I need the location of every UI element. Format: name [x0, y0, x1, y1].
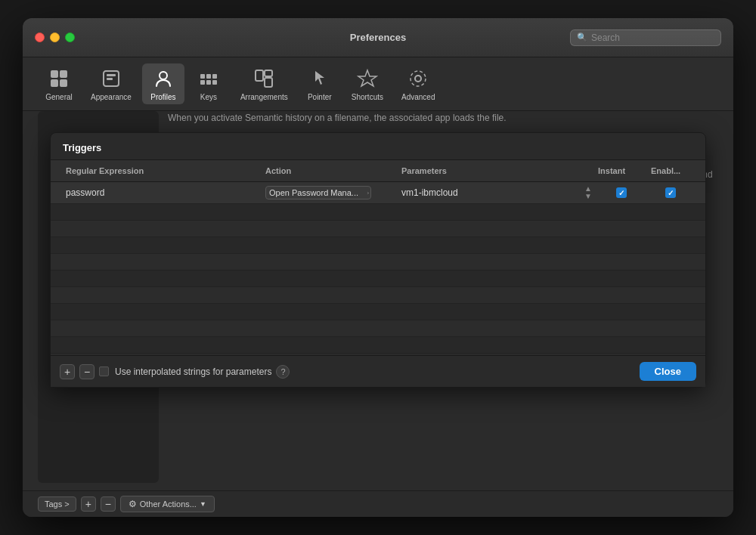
tags-button[interactable]: Tags > [38, 496, 76, 512]
header-instant: Instant [595, 163, 648, 178]
profiles-label: Profiles [150, 93, 175, 101]
svg-rect-6 [107, 78, 113, 80]
bottom-toolbar: Tags > + − ⚙ Other Actions... ▼ [23, 490, 733, 517]
empty-row [51, 287, 705, 304]
svg-point-18 [415, 76, 421, 82]
toolbar-item-keys[interactable]: Keys [187, 63, 230, 104]
general-label: General [45, 93, 73, 101]
search-box[interactable]: 🔍 [570, 29, 721, 46]
svg-rect-8 [200, 74, 205, 79]
enabled-cell[interactable] [648, 184, 693, 201]
toolbar-item-profiles[interactable]: Profiles [142, 63, 184, 104]
svg-rect-12 [206, 80, 211, 85]
toolbar-item-advanced[interactable]: Advanced [394, 63, 442, 104]
empty-row [51, 337, 705, 354]
param-stepper[interactable]: ▲ ▼ [584, 185, 592, 200]
minimize-button[interactable] [50, 32, 60, 42]
window-title: Preferences [350, 32, 406, 43]
remove-profile-button[interactable]: − [101, 496, 116, 512]
table-row[interactable]: password Open Password Mana... vm1-ibmcl… [51, 182, 705, 204]
dialog-title: Triggers [51, 133, 705, 160]
close-button[interactable]: Close [640, 362, 696, 381]
appearance-label: Appearance [91, 93, 132, 101]
search-icon: 🔍 [577, 32, 587, 42]
toolbar-item-arrangements[interactable]: Arrangements [233, 63, 296, 104]
advanced-label: Advanced [401, 93, 435, 101]
content-wrapper: When you activate Semantic history on a … [23, 111, 733, 517]
other-actions-button[interactable]: ⚙ Other Actions... ▼ [120, 496, 215, 512]
action-cell[interactable]: Open Password Mana... [262, 183, 398, 203]
dialog-footer: + − Use interpolated strings for paramet… [51, 355, 705, 387]
empty-row [51, 304, 705, 320]
add-profile-button[interactable]: + [81, 496, 96, 512]
arrangements-label: Arrangements [240, 93, 288, 101]
param-value: vm1-ibmcloud [401, 187, 582, 198]
header-enabled: Enabl... [648, 163, 693, 178]
action-select-wrapper[interactable]: Open Password Mana... [265, 186, 371, 199]
keys-icon [197, 66, 221, 91]
empty-row [51, 204, 705, 221]
svg-rect-13 [212, 80, 217, 85]
table-header: Regular Expression Action Parameters Ins… [51, 160, 705, 182]
empty-row [51, 254, 705, 271]
toolbar: General Appearance Profiles [23, 57, 733, 111]
appearance-icon [99, 66, 123, 91]
close-button[interactable] [35, 32, 45, 42]
preferences-window: Preferences 🔍 General [23, 18, 733, 517]
svg-rect-3 [60, 79, 67, 87]
shortcuts-icon [355, 66, 380, 91]
svg-rect-11 [200, 80, 205, 85]
toolbar-item-shortcuts[interactable]: Shortcuts [344, 63, 391, 104]
pointer-label: Pointer [308, 93, 332, 101]
svg-marker-17 [358, 70, 376, 86]
other-actions-label: Other Actions... [140, 499, 197, 509]
empty-row [51, 221, 705, 237]
header-regex: Regular Expression [63, 163, 262, 178]
empty-row [51, 271, 705, 287]
svg-rect-16 [265, 78, 272, 87]
titlebar: Preferences 🔍 [23, 18, 733, 57]
dialog-container: Triggers Regular Expression Action Param… [23, 111, 733, 487]
svg-rect-14 [256, 70, 263, 81]
toolbar-item-general[interactable]: General [38, 63, 80, 104]
action-select[interactable]: Open Password Mana... [265, 186, 371, 199]
svg-point-7 [160, 72, 167, 79]
svg-rect-0 [51, 70, 58, 78]
svg-rect-15 [265, 70, 272, 76]
svg-rect-2 [51, 79, 58, 87]
maximize-button[interactable] [65, 32, 75, 42]
search-input[interactable] [591, 32, 714, 43]
svg-rect-1 [60, 70, 67, 78]
help-button[interactable]: ? [276, 365, 290, 379]
header-params: Parameters [398, 163, 595, 178]
empty-row [51, 237, 705, 254]
instant-checkbox[interactable] [616, 187, 627, 198]
traffic-lights [35, 32, 75, 42]
pointer-icon [308, 66, 332, 91]
empty-rows [51, 204, 705, 355]
instant-cell[interactable] [595, 184, 648, 201]
interpolated-strings-checkbox[interactable] [99, 366, 109, 376]
regex-cell: password [63, 184, 262, 201]
empty-row [51, 320, 705, 337]
enabled-checkbox[interactable] [665, 187, 676, 198]
toolbar-item-pointer[interactable]: Pointer [299, 63, 341, 104]
general-icon [47, 66, 71, 91]
svg-point-19 [411, 71, 426, 86]
toolbar-item-appearance[interactable]: Appearance [83, 63, 139, 104]
remove-trigger-button[interactable]: − [79, 364, 94, 379]
svg-rect-10 [212, 74, 217, 79]
profiles-icon [151, 66, 175, 91]
advanced-icon [406, 66, 430, 91]
shortcuts-label: Shortcuts [352, 93, 383, 101]
add-trigger-button[interactable]: + [60, 364, 75, 379]
keys-label: Keys [200, 93, 217, 101]
gear-icon: ⚙ [129, 499, 137, 509]
arrangements-icon [252, 66, 276, 91]
triggers-dialog: Triggers Regular Expression Action Param… [50, 132, 706, 388]
header-action: Action [262, 163, 398, 178]
interpolated-strings-label: Use interpolated strings for parameters [115, 366, 271, 377]
chevron-down-icon: ▼ [200, 500, 206, 508]
svg-rect-9 [206, 74, 211, 79]
params-cell: vm1-ibmcloud ▲ ▼ [398, 182, 595, 203]
